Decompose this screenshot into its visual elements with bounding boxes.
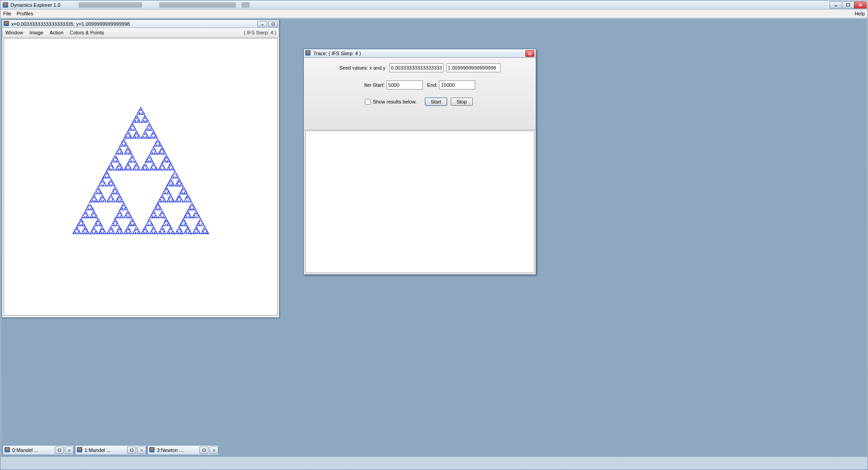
window-controls <box>830 1 867 9</box>
stop-button[interactable]: Stop <box>451 98 473 106</box>
close-button[interactable] <box>854 1 867 9</box>
sierpinski-image <box>4 38 277 315</box>
restore-icon <box>130 449 133 452</box>
fractal-window-titlebar[interactable]: x=0.0033333333333333335; y=1.00999999999… <box>2 20 279 28</box>
child-close-button[interactable] <box>209 446 218 454</box>
child-maximize-button[interactable] <box>268 21 278 27</box>
child-close-button[interactable] <box>137 446 146 454</box>
menu-help[interactable]: Help <box>852 11 868 16</box>
minimized-child: 1:Mandel ... <box>75 445 146 455</box>
child-close-button[interactable] <box>65 446 74 454</box>
svg-rect-1 <box>847 4 850 6</box>
svg-rect-5 <box>272 23 274 25</box>
close-icon <box>68 449 71 452</box>
java-icon <box>4 21 10 27</box>
fractal-canvas[interactable] <box>4 38 278 316</box>
close-icon <box>140 449 143 452</box>
show-results-label: Show results below. <box>373 99 416 104</box>
fractal-window-menubar: Window Image Action Colors & Points ( IF… <box>2 28 279 38</box>
restore-button[interactable] <box>55 446 64 454</box>
iter-start-input[interactable] <box>387 80 423 89</box>
minimized-child: 0:Mandel ... <box>3 445 74 455</box>
menu-file[interactable]: File <box>0 11 14 16</box>
trace-titlebar[interactable]: Trace: ( IFS Sierp: 4 ) <box>304 49 536 58</box>
iter-start-label: Iter Start: <box>364 82 385 88</box>
maximize-button[interactable] <box>842 1 854 9</box>
java-icon <box>149 447 156 453</box>
minimized-children-row: 0:Mandel ... 1:Mandel ... 3:Newton ... <box>3 445 219 455</box>
child-minimize-button[interactable] <box>257 21 267 27</box>
app-title: Dynamics Explorer 1.0 <box>10 2 61 8</box>
minimize-icon <box>834 3 838 7</box>
restore-button[interactable] <box>127 446 136 454</box>
show-results-checkbox[interactable] <box>365 99 371 105</box>
menu-image[interactable]: Image <box>26 30 47 35</box>
start-button[interactable]: Start <box>425 98 447 106</box>
close-icon <box>212 449 216 452</box>
minimized-label: 1:Mandel ... <box>85 447 126 453</box>
fractal-window-title: x=0.0033333333333333335; y=1.00999999999… <box>11 21 130 27</box>
background-blur <box>79 2 868 8</box>
seed-y-input[interactable] <box>446 63 500 72</box>
menu-action[interactable]: Action <box>47 30 67 35</box>
svg-rect-8 <box>58 449 61 451</box>
trace-body: Seed values: x and y Iter Start: End: Sh… <box>304 58 536 130</box>
app-window: Dynamics Explorer 1.0 File Profiles Help <box>0 0 868 470</box>
mdi-desktop[interactable]: x=0.0033333333333333335; y=1.00999999999… <box>1 19 867 457</box>
app-menubar: File Profiles Help <box>0 9 868 18</box>
svg-rect-14 <box>203 449 205 451</box>
close-icon <box>528 52 532 56</box>
trace-results-area[interactable] <box>305 131 534 273</box>
maximize-icon <box>272 23 275 26</box>
close-icon <box>859 3 862 7</box>
java-icon <box>5 447 11 453</box>
java-icon <box>2 2 9 8</box>
svg-rect-11 <box>130 449 133 451</box>
minimize-icon <box>261 23 264 26</box>
fractal-child-window: x=0.0033333333333333335; y=1.00999999999… <box>2 19 279 318</box>
java-icon <box>305 50 311 56</box>
minimize-button[interactable] <box>830 1 842 9</box>
java-icon <box>77 447 83 453</box>
minimized-label: 3:Newton ... <box>157 447 198 453</box>
trace-dialog: Trace: ( IFS Sierp: 4 ) Seed values: x a… <box>303 49 536 275</box>
trace-close-button[interactable] <box>525 50 534 57</box>
restore-icon <box>203 449 206 452</box>
menu-profiles[interactable]: Profiles <box>14 11 36 16</box>
restore-button[interactable] <box>199 446 208 454</box>
maximize-icon <box>846 3 850 7</box>
restore-icon <box>58 449 61 452</box>
iter-end-label: End: <box>427 82 438 88</box>
menu-colors-points[interactable]: Colors & Points <box>66 30 107 35</box>
trace-title: Trace: ( IFS Sierp: 4 ) <box>313 51 361 56</box>
minimized-label: 0:Mandel ... <box>12 447 54 453</box>
seed-x-input[interactable] <box>389 63 443 72</box>
fractal-status: ( IFS Sierp: 4 ) <box>244 30 279 35</box>
app-titlebar[interactable]: Dynamics Explorer 1.0 <box>0 0 868 9</box>
seed-label: Seed values: x and y <box>339 65 385 70</box>
minimized-child: 3:Newton ... <box>147 445 219 455</box>
menu-window[interactable]: Window <box>2 30 26 35</box>
iter-end-input[interactable] <box>439 80 475 89</box>
